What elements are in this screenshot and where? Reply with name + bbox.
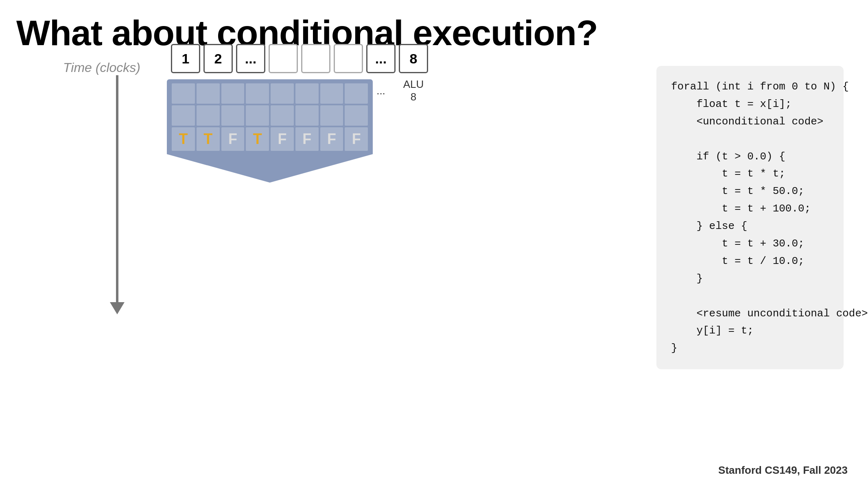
simd-cell-r0-c2 xyxy=(221,83,245,104)
code-text: forall (int i from 0 to N) { float t = x… xyxy=(671,78,829,357)
tf-cell-7: F xyxy=(345,127,368,151)
simd-cell-r0-c1 xyxy=(197,83,220,104)
tf-cell-2: F xyxy=(221,127,245,151)
simd-cell-r1-c7 xyxy=(345,105,368,126)
simd-chevron xyxy=(167,154,373,183)
tf-cell-1: T xyxy=(197,127,220,151)
tf-cell-5: F xyxy=(295,127,319,151)
alu-box-2: 2 xyxy=(203,44,233,73)
alu-box-7: ... xyxy=(366,44,396,73)
tf-cell-6: F xyxy=(320,127,343,151)
simd-cell-r1-c6 xyxy=(320,105,343,126)
simd-diagram: TTFTFFFF xyxy=(167,79,373,183)
alu-box-8: 8 xyxy=(399,44,428,73)
simd-cell-r1-c4 xyxy=(271,105,294,126)
time-arrow xyxy=(116,75,118,303)
simd-cell-r1-c0 xyxy=(172,105,195,126)
code-block: forall (int i from 0 to N) { float t = x… xyxy=(656,66,844,369)
simd-cell-r1-c3 xyxy=(246,105,269,126)
tf-cell-0: T xyxy=(172,127,195,151)
alu-box-4 xyxy=(269,44,298,73)
footer-label: Stanford CS149, Fall 2023 xyxy=(718,464,848,477)
alu-label-8: ALU 8 xyxy=(399,78,428,103)
time-label: Time (clocks) xyxy=(63,60,140,75)
tf-cell-3: T xyxy=(246,127,269,151)
simd-cell-r1-c1 xyxy=(197,105,220,126)
simd-cell-r0-c5 xyxy=(295,83,319,104)
tf-cell-4: F xyxy=(271,127,294,151)
simd-body: TTFTFFFF xyxy=(167,79,373,154)
simd-tf-row: TTFTFFFF xyxy=(172,127,368,154)
simd-grid-rows2 xyxy=(172,105,368,126)
simd-cell-r1-c2 xyxy=(221,105,245,126)
simd-cell-r1-c5 xyxy=(295,105,319,126)
alu-boxes-row: 12......8 xyxy=(171,44,428,73)
simd-grid-rows xyxy=(172,83,368,104)
simd-cell-r0-c6 xyxy=(320,83,343,104)
alu-box-1: 1 xyxy=(171,44,200,73)
simd-cell-r0-c3 xyxy=(246,83,269,104)
simd-cell-r0-c0 xyxy=(172,83,195,104)
alu-box-5 xyxy=(301,44,330,73)
alu-box-6 xyxy=(334,44,363,73)
simd-cell-r0-c7 xyxy=(345,83,368,104)
alu-box-3: ... xyxy=(236,44,265,73)
simd-cell-r0-c4 xyxy=(271,83,294,104)
